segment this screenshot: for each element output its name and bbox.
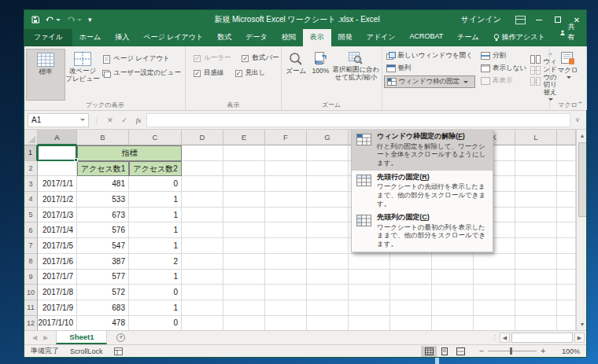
normal-view-button[interactable]: 標準 [26,49,65,101]
cell[interactable] [265,208,307,223]
cell[interactable] [223,161,265,177]
row-header-1[interactable]: 1 [24,145,38,161]
cell[interactable] [390,300,432,316]
cell[interactable]: 0 [129,285,182,300]
arrange-all-button[interactable]: 整列 [384,63,475,74]
cell[interactable] [265,222,307,238]
zoom-percentage[interactable]: 100% [556,347,580,355]
column-header-D[interactable]: D [182,130,223,145]
select-all-corner[interactable] [24,130,38,145]
zoom-slider-track[interactable] [488,351,537,351]
cell[interactable] [307,161,349,177]
cell[interactable] [307,238,349,254]
cell[interactable] [557,300,576,316]
cell[interactable] [515,192,557,208]
cell[interactable]: 673 [77,208,129,223]
undo-button[interactable] [46,16,61,24]
menu-item-unfreeze-panes[interactable]: ウィンドウ枠固定の解除F行と列の固定を解除して、ワークシート全体をスクロールする… [352,130,493,171]
zoom-in-button[interactable]: + [541,347,545,355]
horizontal-scrollbar[interactable]: ⋮ ◀ ▶ [135,331,586,344]
zoom-slider-thumb[interactable] [510,347,512,355]
column-header-C[interactable]: C [129,130,182,145]
split-button[interactable]: 分割 [478,50,529,61]
cell[interactable] [265,192,307,208]
menu-item-freeze-top-row[interactable]: 先頭行の固定Rワークシートの先頭行を表示したままで、他の部分をスクロールできます… [352,171,493,211]
cell[interactable] [182,300,223,316]
cell[interactable]: 478 [77,316,129,330]
cell[interactable]: 2017/1/10 [38,316,77,330]
cell[interactable] [265,176,307,192]
headings-checkbox[interactable]: ✓見出し [235,68,266,78]
cell[interactable] [515,316,557,330]
page-layout-shortcut[interactable] [437,346,452,357]
cell[interactable] [182,270,223,285]
zoom-to-selection-button[interactable]: 選択範囲に合わせて拡大/縮小 [332,49,380,101]
cell[interactable] [515,270,557,285]
column-header-partial[interactable] [557,130,576,145]
unhide-button[interactable]: 再表示 [478,75,529,86]
merged-header-cell[interactable]: 指標 [77,145,182,161]
cell[interactable] [265,161,307,177]
cell[interactable] [265,300,307,316]
cell[interactable] [349,300,390,316]
cell[interactable]: 2017/1/4 [38,222,77,238]
cell[interactable] [432,316,474,330]
cell[interactable] [223,222,265,238]
macro-record-icon[interactable] [114,347,123,355]
scroll-up-icon[interactable]: ▲ [577,130,587,142]
zoom-out-button[interactable]: − [479,347,484,355]
column-header-G[interactable]: G [307,130,349,145]
cell[interactable]: 0 [129,316,182,330]
cell[interactable] [182,161,223,177]
cell[interactable]: 0 [129,176,182,192]
tab-file[interactable]: ファイル [24,29,72,46]
cell[interactable]: 577 [77,270,129,285]
column-header-E[interactable]: E [223,130,265,145]
synchronous-scrolling-icon[interactable] [530,66,541,75]
tab-データ[interactable]: データ [238,29,274,46]
cell[interactable] [474,300,515,316]
macros-button[interactable]: マクロ [552,49,585,101]
tab-開発[interactable]: 開発 [331,29,360,46]
cell[interactable] [223,208,265,223]
cell[interactable] [390,270,432,285]
cell[interactable]: 2017/1/5 [38,238,77,254]
row-header-12[interactable]: 12 [24,316,38,330]
cell[interactable]: 1 [129,222,182,238]
expand-formula-bar-button[interactable]: ∨ [572,116,583,123]
tab-tell-me[interactable]: 操作アシスト [486,29,552,46]
zoom-100-button[interactable]: 100 100% [309,49,332,101]
custom-views-button[interactable]: ユーザー設定のビュー [100,68,183,79]
cell[interactable]: 547 [77,238,129,254]
row-header-3[interactable]: 3 [24,176,38,192]
cell[interactable] [265,145,307,161]
cell[interactable] [557,176,576,192]
cell[interactable] [557,222,576,238]
zoom-button[interactable]: ズーム [283,49,309,101]
column-header-B[interactable]: B [77,130,129,145]
cell[interactable] [307,300,349,316]
enter-formula-button[interactable]: ✓ [118,116,131,124]
cell[interactable]: 2017/1/7 [38,270,77,285]
cell[interactable]: 1 [129,192,182,208]
cell[interactable] [182,254,223,270]
cell[interactable] [432,285,474,300]
new-sheet-button[interactable]: + [107,331,135,344]
cell[interactable] [515,161,557,177]
subheader-cell[interactable]: アクセス数1 [77,161,129,177]
subheader-cell[interactable]: アクセス数2 [129,161,182,177]
cell[interactable] [182,208,223,223]
cell[interactable] [349,254,390,270]
cell[interactable] [515,285,557,300]
cell[interactable] [265,316,307,330]
cell[interactable]: 1 [129,300,182,316]
tab-ページ レイアウト[interactable]: ページ レイアウト [136,29,210,46]
collapse-ribbon-button[interactable]: ⌃ [577,101,583,108]
cell[interactable] [265,285,307,300]
cell[interactable]: 2017/1/1 [38,176,77,192]
scroll-right-icon[interactable]: ▶ [574,333,585,343]
cell[interactable]: 2017/1/8 [38,285,77,300]
cell[interactable] [474,254,515,270]
cell[interactable] [390,285,432,300]
cell[interactable] [349,270,390,285]
